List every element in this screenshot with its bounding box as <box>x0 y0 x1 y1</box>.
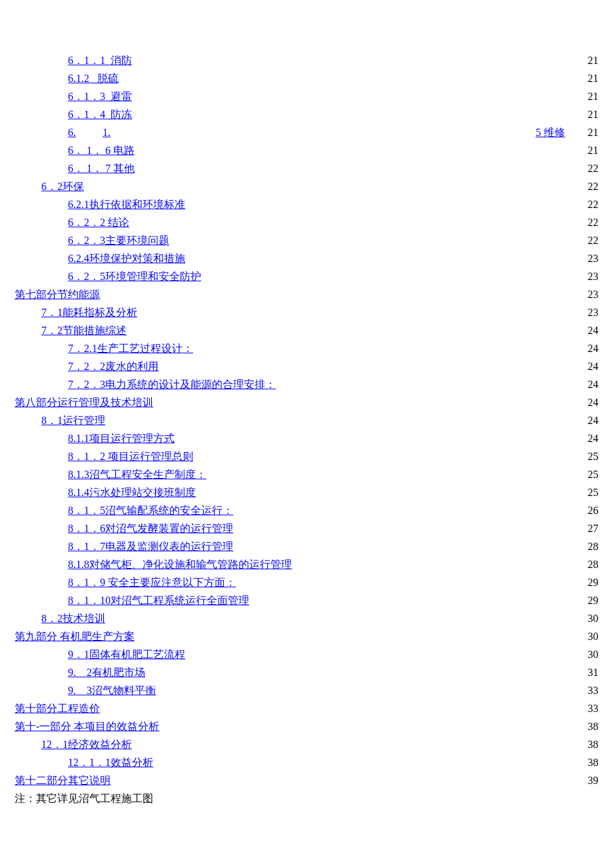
toc-page-number: 21 <box>577 88 598 105</box>
toc-entry: 9．1固体有机肥工艺流程30 <box>15 646 598 663</box>
document-page: 6．1．1 消防216.1.2 脱硫216．1．3 避雷216．1．4 防冻21… <box>0 0 613 868</box>
toc-link[interactable]: 8．1运行管理 <box>41 412 105 429</box>
table-of-contents: 6．1．1 消防216.1.2 脱硫216．1．3 避雷216．1．4 防冻21… <box>15 52 598 789</box>
toc-entry: 6.1.2 脱硫21 <box>15 70 598 87</box>
toc-entry: 第十-一部分 本项目的效益分析38 <box>15 718 598 735</box>
toc-entry: 8.1.3沼气工程安全生产制度：25 <box>15 466 598 483</box>
toc-page-number: 23 <box>577 268 598 285</box>
toc-entry-special: 6.1.5 维修21 <box>15 124 598 141</box>
toc-link[interactable]: 6．2．2 结论 <box>68 214 129 231</box>
toc-link[interactable]: 6． 1． 7 其他 <box>68 160 135 177</box>
toc-link[interactable]: 8.1.3沼气工程安全生产制度： <box>68 466 207 483</box>
toc-page-number: 21 <box>577 52 598 69</box>
toc-entry: 第八部分运行管理及技术培训24 <box>15 394 598 411</box>
toc-link[interactable]: 1. <box>103 124 111 141</box>
toc-entry: 6．1．4 防冻21 <box>15 106 598 123</box>
toc-page-number: 38 <box>577 736 598 753</box>
toc-entry: 12．1．1效益分析38 <box>15 754 598 771</box>
toc-link[interactable]: 6.2.4环境保护对策和措施 <box>68 250 185 267</box>
toc-link[interactable]: 6．1．3 避雷 <box>68 88 132 105</box>
toc-link[interactable]: 9．1固体有机肥工艺流程 <box>68 646 185 663</box>
toc-link[interactable]: 8．1．7电器及监测仪表的运行管理 <box>68 538 233 555</box>
toc-link[interactable]: 7．1能耗指标及分析 <box>41 304 137 321</box>
toc-page-number: 23 <box>577 304 598 321</box>
toc-link[interactable]: 7．2节能措施综述 <box>41 322 127 339</box>
toc-link[interactable]: 7．2．2废水的利用 <box>68 358 159 375</box>
toc-entry: 6．2．5环境管理和安全防护23 <box>15 268 598 285</box>
toc-link[interactable]: 5 维修 <box>536 124 565 141</box>
toc-link[interactable]: 6．2．3主要环境问题 <box>68 232 169 249</box>
toc-link[interactable]: 第七部分节约能源 <box>15 286 100 303</box>
toc-link[interactable]: 8．1．9 安全主要应注意以下方面： <box>68 574 236 591</box>
toc-link[interactable]: 第九部分 有机肥生产方案 <box>15 628 135 645</box>
toc-link[interactable]: 8．1．6对沼气发酵装置的运行管理 <box>68 520 233 537</box>
toc-page-number: 23 <box>577 286 598 303</box>
toc-link[interactable]: 8.1.8对储气柜、净化设施和输气管路的运行管理 <box>68 556 292 573</box>
toc-page-number: 29 <box>577 592 598 609</box>
toc-page-number: 24 <box>577 412 598 429</box>
toc-entry: 第十部分工程造价33 <box>15 700 598 717</box>
toc-page-number: 30 <box>577 628 598 645</box>
toc-link[interactable]: 8．2技术培训 <box>41 610 105 627</box>
toc-entry: 8．1．2 项目运行管理总则25 <box>15 448 598 465</box>
toc-entry: 6． 1． 7 其他22 <box>15 160 598 177</box>
toc-page-number: 28 <box>577 556 598 573</box>
toc-link[interactable]: 6．2．5环境管理和安全防护 <box>68 268 201 285</box>
toc-page-number: 25 <box>577 466 598 483</box>
toc-page-number: 33 <box>577 682 598 699</box>
toc-page-number: 24 <box>577 322 598 339</box>
toc-entry: 8．1．7电器及监测仪表的运行管理28 <box>15 538 598 555</box>
toc-entry: 7．2．2废水的利用24 <box>15 358 598 375</box>
toc-page-number: 30 <box>577 610 598 627</box>
toc-page-number: 24 <box>577 430 598 447</box>
toc-page-number: 21 <box>577 70 598 87</box>
toc-page-number: 21 <box>577 106 598 123</box>
toc-page-number: 25 <box>577 484 598 501</box>
toc-page-number: 22 <box>577 178 598 195</box>
toc-entry: 8．1．9 安全主要应注意以下方面：29 <box>15 574 598 591</box>
toc-page-number: 27 <box>577 520 598 537</box>
toc-link[interactable]: 第八部分运行管理及技术培训 <box>15 394 153 411</box>
toc-link[interactable]: 9. 3沼气物料平衡 <box>68 682 156 699</box>
toc-page-number: 38 <box>577 754 598 771</box>
toc-page-number: 22 <box>577 232 598 249</box>
toc-link[interactable]: 8.1.1项目运行管理方式 <box>68 430 175 447</box>
toc-page-number: 24 <box>577 376 598 393</box>
toc-entry: 6.2.4环境保护对策和措施23 <box>15 250 598 267</box>
toc-entry: 8．1．5沼气输配系统的安全运行：26 <box>15 502 598 519</box>
footnote: 注：其它详见沼气工程施工图 <box>15 792 598 806</box>
toc-link[interactable]: 7．2．3电力系统的设计及能源的合理安排： <box>68 376 276 393</box>
toc-link[interactable]: 12．1经济效益分析 <box>41 736 132 753</box>
toc-entry: 8．1．6对沼气发酵装置的运行管理27 <box>15 520 598 537</box>
toc-link[interactable]: 7．2.1生产工艺过程设计： <box>68 340 193 357</box>
toc-link[interactable]: 第十二部分其它说明 <box>15 772 111 789</box>
toc-link[interactable]: 8.1.4污水处理站交接班制度 <box>68 484 196 501</box>
toc-link[interactable]: 8．1．5沼气输配系统的安全运行： <box>68 502 233 519</box>
toc-link[interactable]: 8．1．10对沼气工程系统运行全面管理 <box>68 592 249 609</box>
toc-page-number: 25 <box>577 448 598 465</box>
toc-entry: 6．2．2 结论22 <box>15 214 598 231</box>
toc-link[interactable]: 12．1．1效益分析 <box>68 754 153 771</box>
toc-link[interactable]: 6．2环保 <box>41 178 84 195</box>
toc-page-number: 21 <box>565 124 598 141</box>
toc-page-number: 38 <box>577 718 598 735</box>
toc-page-number: 33 <box>577 700 598 717</box>
toc-page-number: 24 <box>577 358 598 375</box>
toc-link[interactable]: 6.2.1执行依据和环境标准 <box>68 196 185 213</box>
toc-link[interactable]: 6．1．4 防冻 <box>68 106 132 123</box>
toc-link[interactable]: 8．1．2 项目运行管理总则 <box>68 448 193 465</box>
toc-page-number: 26 <box>577 502 598 519</box>
toc-page-number: 24 <box>577 394 598 411</box>
toc-link[interactable]: 第十部分工程造价 <box>15 700 100 717</box>
toc-link[interactable]: 9. 2有机肥市场 <box>68 664 145 681</box>
toc-entry: 7．2．3电力系统的设计及能源的合理安排：24 <box>15 376 598 393</box>
toc-link[interactable]: 6． 1． 6 电路 <box>68 142 135 159</box>
toc-entry: 第七部分节约能源23 <box>15 286 598 303</box>
toc-link[interactable]: 6．1．1 消防 <box>68 52 132 69</box>
toc-link[interactable]: 6. <box>15 124 76 141</box>
toc-entry: 8.1.8对储气柜、净化设施和输气管路的运行管理28 <box>15 556 598 573</box>
toc-link[interactable]: 6.1.2 脱硫 <box>68 70 119 87</box>
toc-page-number: 31 <box>577 664 598 681</box>
toc-entry: 第九部分 有机肥生产方案30 <box>15 628 598 645</box>
toc-link[interactable]: 第十-一部分 本项目的效益分析 <box>15 718 159 735</box>
